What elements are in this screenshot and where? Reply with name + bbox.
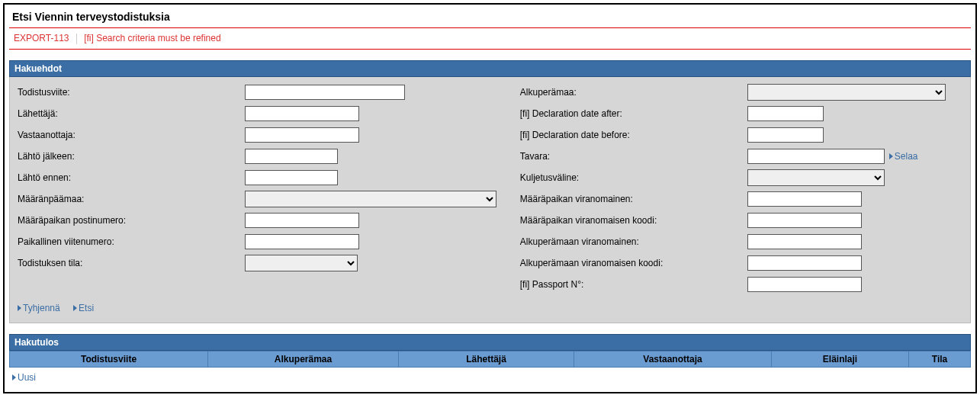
input-lahto-jalkeen[interactable] [245, 149, 338, 164]
select-kuljetusvaline[interactable] [747, 169, 885, 186]
error-code: EXPORT-113 [14, 33, 69, 43]
input-maarapaikan-viranomainen[interactable] [747, 191, 862, 207]
etsi-button[interactable]: Etsi [73, 303, 94, 313]
select-alkuperamaa[interactable] [747, 84, 946, 101]
page-title: Etsi Viennin terveystodistuksia [9, 8, 971, 27]
spacer [9, 50, 971, 60]
input-maarapaikan-postinumero[interactable] [245, 213, 359, 228]
error-bar: EXPORT-113 [fi] Search criteria must be … [9, 27, 971, 50]
label-alkuperamaan-viranomainen: Alkuperämaan viranomainen: [519, 236, 747, 247]
col-alkuperamaa[interactable]: Alkuperämaa [208, 352, 399, 367]
tyhjenna-button[interactable]: Tyhjennä [18, 303, 60, 313]
etsi-label: Etsi [79, 303, 94, 313]
input-decl-date-before[interactable] [747, 127, 824, 143]
label-lahto-ennen: Lähtö ennen: [16, 172, 245, 183]
label-decl-date-after: [fi] Declaration date after: [519, 108, 747, 119]
col-lahettaja[interactable]: Lähettäjä [399, 352, 574, 367]
label-paikallinen-viitenumero: Paikallinen viitenumero: [16, 236, 245, 247]
triangle-right-icon [889, 153, 893, 159]
label-alkuperamaa: Alkuperämaa: [519, 87, 747, 98]
app-window: Etsi Viennin terveystodistuksia EXPORT-1… [3, 3, 977, 393]
criteria-actions: Tyhjennä Etsi [16, 295, 964, 315]
col-vastaanottaja[interactable]: Vastaanottaja [574, 352, 772, 367]
input-paikallinen-viitenumero[interactable] [245, 234, 359, 249]
input-alkuperamaan-viranomaisen-koodi[interactable] [747, 255, 862, 271]
label-lahettaja: Lähettäjä: [16, 108, 245, 119]
input-passport-no[interactable] [747, 277, 862, 292]
label-alkuperamaan-viranomaisen-koodi: Alkuperämaan viranomaisen koodi: [519, 258, 747, 268]
input-lahto-ennen[interactable] [245, 170, 338, 185]
label-maarapaikan-viranomainen: Määräpaikan viranomainen: [519, 194, 747, 204]
tyhjenna-label: Tyhjennä [23, 303, 60, 313]
criteria-left-col: Todistusviite: Lähettäjä: Vastaanottaja:… [16, 82, 519, 295]
label-tavara: Tavara: [519, 151, 747, 162]
input-todistusviite[interactable] [245, 85, 405, 100]
error-message: [fi] Search criteria must be refined [84, 33, 220, 43]
label-vastaanottaja: Vastaanottaja: [16, 130, 245, 140]
label-kuljetusvaline: Kuljetusväline: [519, 172, 747, 183]
input-alkuperamaan-viranomainen[interactable] [747, 234, 862, 249]
spacer [9, 323, 971, 334]
label-maaranpaamaa: Määränpäämaa: [16, 194, 245, 204]
col-tila[interactable]: Tila [909, 352, 970, 367]
label-maarapaikan-postinumero: Määräpaikan postinumero: [16, 215, 245, 226]
col-elainlaji[interactable]: Eläinlaji [772, 352, 909, 367]
input-lahettaja[interactable] [245, 106, 359, 121]
col-todistusviite[interactable]: Todistusviite [10, 352, 208, 367]
triangle-right-icon [18, 305, 21, 311]
triangle-right-icon [12, 374, 16, 381]
input-decl-date-after[interactable] [747, 106, 824, 121]
label-maarapaikan-viranomaisen-koodi: Määräpaikan viranomaisen koodi: [519, 215, 747, 226]
label-todistuksen-tila: Todistuksen tila: [16, 258, 245, 268]
results-header-row: Todistusviite Alkuperämaa Lähettäjä Vast… [9, 351, 971, 368]
criteria-right-col: Alkuperämaa: [fi] Declaration date after… [519, 82, 964, 295]
selaa-link[interactable]: Selaa [889, 151, 918, 162]
results-section-header: Hakutulos [9, 334, 971, 351]
input-vastaanottaja[interactable] [245, 127, 359, 143]
triangle-right-icon [73, 305, 77, 311]
selaa-label: Selaa [895, 151, 918, 162]
uusi-label: Uusi [18, 372, 36, 383]
select-maaranpaamaa[interactable] [245, 191, 496, 207]
uusi-button[interactable]: Uusi [12, 372, 36, 383]
criteria-panel: Todistusviite: Lähettäjä: Vastaanottaja:… [9, 77, 971, 323]
input-maarapaikan-viranomaisen-koodi[interactable] [747, 213, 862, 228]
select-todistuksen-tila[interactable] [245, 255, 358, 271]
label-todistusviite: Todistusviite: [16, 87, 245, 98]
input-tavara[interactable] [747, 149, 885, 164]
error-separator [76, 34, 77, 44]
results-footer: Uusi [9, 368, 971, 387]
criteria-section-header: Hakuehdot [9, 60, 971, 77]
label-lahto-jalkeen: Lähtö jälkeen: [16, 151, 245, 162]
label-decl-date-before: [fi] Declaration date before: [519, 130, 747, 140]
label-passport-no: [fi] Passport N°: [519, 279, 747, 290]
